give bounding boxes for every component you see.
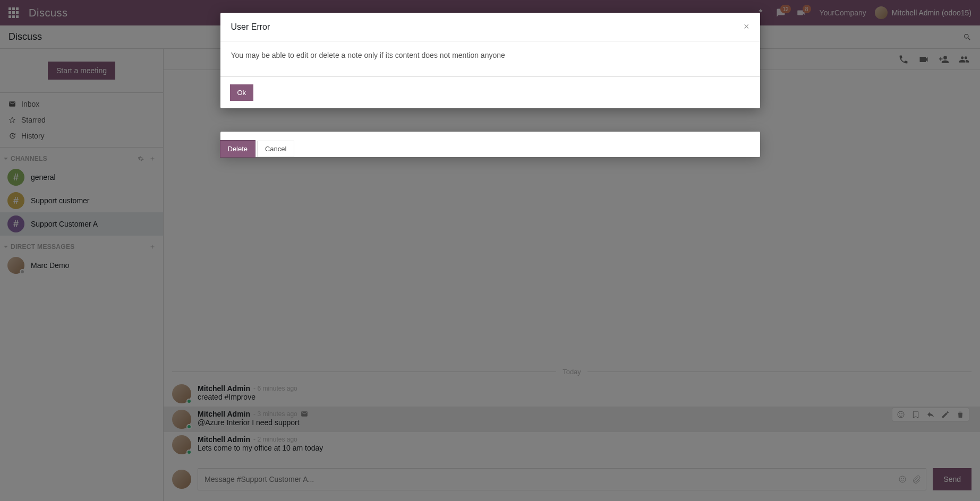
ok-button[interactable]: Ok [230, 84, 254, 101]
modal-overlay[interactable]: User Error × You may be able to edit or … [0, 0, 980, 501]
close-icon[interactable]: × [744, 21, 749, 32]
cancel-button[interactable]: Cancel [257, 141, 294, 157]
confirm-delete-modal: Delete Cancel [220, 132, 760, 157]
modal-body-text: You may be able to edit or delete a note… [231, 51, 505, 59]
user-error-modal: User Error × You may be able to edit or … [220, 13, 760, 108]
modal-title: User Error [231, 22, 270, 32]
delete-button[interactable]: Delete [220, 141, 255, 157]
